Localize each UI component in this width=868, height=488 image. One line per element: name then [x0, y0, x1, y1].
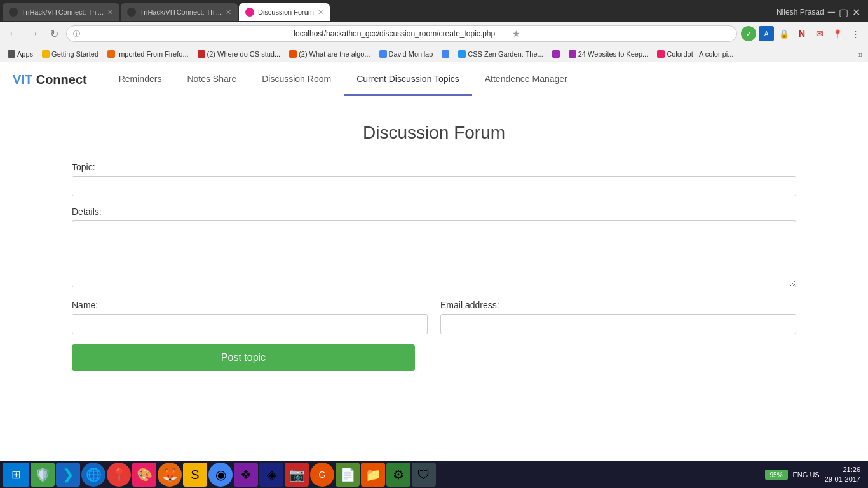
battery-indicator: 95% — [765, 470, 788, 480]
taskbar-icon-7[interactable]: S — [183, 463, 207, 487]
clock: 21:26 — [825, 465, 860, 475]
maximize-button[interactable]: ▢ — [839, 6, 848, 18]
taskbar-icon-6[interactable]: 🦊 — [158, 463, 182, 487]
start-button[interactable]: ⊞ — [3, 463, 29, 487]
tab-close-3[interactable]: ✕ — [318, 8, 323, 17]
bookmark-cs2[interactable]: (2) What are the algo... — [287, 49, 373, 59]
tab-close-1[interactable]: ✕ — [107, 8, 113, 17]
name-input[interactable] — [72, 314, 428, 334]
taskbar-icon-4[interactable]: 📍 — [107, 463, 131, 487]
details-textarea[interactable] — [72, 220, 796, 287]
taskbar-icon-9[interactable]: ❖ — [234, 463, 258, 487]
bookmark-apps-label: Apps — [17, 50, 33, 58]
topic-label: Topic: — [72, 162, 796, 172]
bookmark-color[interactable]: Colordot - A color pi... — [654, 49, 736, 59]
address-bar[interactable]: ⓘ localhost/hackathon_gcc/discussion_roo… — [66, 25, 737, 42]
24b-icon — [569, 50, 576, 58]
back-button[interactable]: ← — [5, 25, 22, 42]
gs-icon — [42, 50, 50, 58]
extension-icon-4[interactable]: N — [794, 26, 810, 41]
extension-icon-7[interactable]: ⋮ — [848, 26, 863, 41]
bookmark-blank[interactable] — [439, 49, 452, 59]
bookmark-zen[interactable]: CSS Zen Garden: The... — [456, 49, 545, 59]
browser-controls: ← → ↻ ⓘ localhost/hackathon_gcc/discussi… — [0, 22, 868, 46]
taskbar-icon-15[interactable]: ⚙ — [386, 463, 410, 487]
refresh-button[interactable]: ↻ — [46, 25, 62, 42]
browser-tab-2[interactable]: TriHack/VITConnect: Thi... ✕ — [121, 3, 238, 21]
nav-attendance-manager[interactable]: Attendence Manager — [472, 64, 580, 96]
taskbar-right: 95% ENG US 21:26 29-01-2017 — [765, 465, 865, 485]
extension-icon-2[interactable]: A — [759, 26, 774, 41]
taskbar-icon-2[interactable]: ❯ — [56, 463, 80, 487]
form-container: Topic: Details: Name: Email address: Pos… — [72, 162, 796, 371]
nav-discussion-room[interactable]: Discussion Room — [249, 64, 344, 96]
color-icon — [657, 50, 665, 58]
extension-icon-5[interactable]: ✉ — [812, 26, 827, 41]
taskbar-icon-13[interactable]: 📄 — [336, 463, 360, 487]
bookmark-star-icon[interactable]: ★ — [512, 29, 730, 39]
david-icon — [379, 50, 387, 58]
taskbar-icon-14[interactable]: 📁 — [361, 463, 385, 487]
apps-icon — [8, 50, 15, 58]
minimize-button[interactable]: ─ — [828, 6, 835, 18]
bookmark-ff[interactable]: Imported From Firefo... — [105, 49, 191, 59]
cs1-icon — [198, 50, 205, 58]
taskbar-icon-5[interactable]: 🎨 — [132, 463, 156, 487]
tab-label-1: TriHack/VITConnect: Thi... — [22, 8, 104, 16]
page-title: Discussion Forum — [363, 123, 505, 143]
time-block: 21:26 29-01-2017 — [825, 465, 860, 485]
taskbar: ⊞ 🛡️ ❯ 🌐 📍 🎨 🦊 S ◉ ❖ ◈ 📷 G 📄 📁 ⚙ 🛡 95% E… — [0, 461, 868, 488]
browser-tab-3[interactable]: Discussion Forum ✕ — [239, 3, 330, 21]
main-content: Discussion Forum Topic: Details: Name: E… — [0, 97, 868, 396]
close-button[interactable]: ✕ — [852, 6, 860, 18]
taskbar-icon-11[interactable]: 📷 — [285, 463, 309, 487]
web24-icon — [552, 50, 560, 58]
bookmark-apps[interactable]: Apps — [5, 49, 36, 59]
bookmark-24b[interactable]: 24 Websites to Keep... — [566, 49, 651, 59]
tab-close-2[interactable]: ✕ — [226, 8, 231, 17]
date: 29-01-2017 — [825, 475, 860, 484]
nav-notes-share[interactable]: Notes Share — [174, 64, 249, 96]
email-input[interactable] — [440, 314, 796, 334]
bookmark-cs2-label: (2) What are the algo... — [299, 50, 370, 58]
nav-reminders[interactable]: Reminders — [106, 64, 175, 96]
email-label: Email address: — [440, 300, 796, 310]
taskbar-icon-1[interactable]: 🛡️ — [31, 463, 55, 487]
site-logo: VIT Connect — [13, 72, 87, 87]
post-topic-button[interactable]: Post topic — [72, 344, 415, 371]
details-label: Details: — [72, 207, 796, 217]
cs2-icon — [289, 50, 297, 58]
details-group: Details: — [72, 207, 796, 290]
bookmark-david-label: David Monllao — [389, 50, 433, 58]
bookmark-cs1-label: (2) Where do CS stud... — [207, 50, 281, 58]
name-email-row: Name: Email address: — [72, 300, 796, 334]
bookmark-cs1[interactable]: (2) Where do CS stud... — [195, 49, 283, 59]
bookmark-zen-label: CSS Zen Garden: The... — [468, 50, 543, 58]
taskbar-icon-10[interactable]: ◈ — [259, 463, 283, 487]
bookmarks-more-button[interactable]: » — [858, 50, 863, 59]
zen-icon — [458, 50, 466, 58]
name-label: Name: — [72, 300, 428, 310]
bookmark-24b-label: 24 Websites to Keep... — [578, 50, 648, 58]
taskbar-icon-3[interactable]: 🌐 — [81, 463, 105, 487]
taskbar-icon-12[interactable]: G — [310, 463, 334, 487]
forward-button[interactable]: → — [25, 25, 42, 42]
locale-block: ENG US — [793, 471, 820, 478]
extension-icon-6[interactable]: 📍 — [830, 26, 845, 41]
bookmark-gs-label: Getting Started — [51, 50, 98, 58]
extension-icon-3[interactable]: 🔒 — [776, 26, 792, 41]
extension-icon-1[interactable]: ✓ — [741, 26, 756, 41]
tab-favicon-3 — [245, 8, 254, 17]
taskbar-icon-16[interactable]: 🛡 — [412, 463, 436, 487]
bookmark-gs[interactable]: Getting Started — [39, 49, 101, 59]
bookmarks-bar: Apps Getting Started Imported From Firef… — [0, 46, 868, 62]
nav-current-topics[interactable]: Current Discussion Topics — [344, 64, 472, 96]
bookmark-ff-label: Imported From Firefo... — [117, 50, 188, 58]
browser-tab-1[interactable]: TriHack/VITConnect: Thi... ✕ — [3, 3, 119, 21]
tab-label-3: Discussion Forum — [258, 8, 314, 16]
bookmark-24[interactable] — [550, 49, 562, 59]
taskbar-icon-8[interactable]: ◉ — [208, 463, 233, 487]
topic-input[interactable] — [72, 176, 796, 196]
bookmark-david[interactable]: David Monllao — [377, 49, 436, 59]
locale-text: ENG US — [793, 471, 820, 478]
